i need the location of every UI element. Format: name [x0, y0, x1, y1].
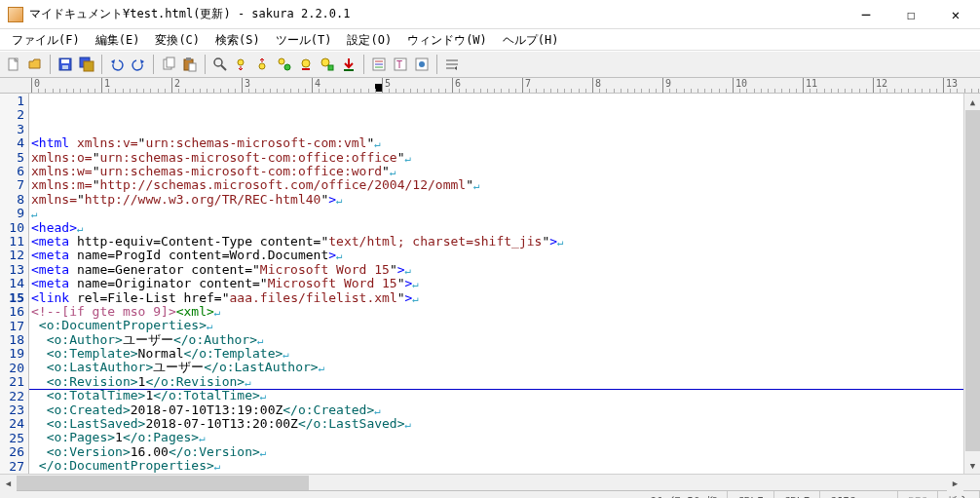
code-line[interactable]: <o:DocumentProperties>↵ — [31, 319, 963, 332]
open-icon[interactable] — [25, 55, 45, 74]
line-number: 7 — [0, 178, 24, 192]
code-line[interactable]: <o:Revision>1</o:Revision>↵ — [31, 375, 963, 389]
status-position: 21 行 50 桁 — [641, 491, 728, 498]
svg-point-17 — [302, 59, 310, 67]
status-eol2: CRLF — [774, 491, 821, 498]
copy-icon[interactable] — [159, 55, 178, 74]
outline-icon[interactable] — [369, 55, 389, 74]
menu-item[interactable]: 設定(O) — [339, 29, 399, 50]
code-line[interactable]: <o:LastAuthor>ユーザー</o:LastAuthor>↵ — [31, 361, 963, 374]
line-number: 25 — [0, 432, 24, 445]
svg-text:T: T — [396, 59, 402, 70]
editor: 1234567891011121314151617181920212223242… — [0, 94, 980, 474]
line-number: 11 — [0, 235, 24, 249]
code-line[interactable]: <o:Created>2018-07-10T13:19:00Z</o:Creat… — [31, 403, 963, 417]
line-number: 9 — [0, 207, 24, 220]
code-line[interactable]: <meta name=Generator content="Microsoft … — [31, 263, 963, 277]
app-icon — [8, 7, 23, 22]
mark-icon[interactable] — [296, 55, 316, 74]
code-line[interactable]: xmlns="http://www.w3.org/TR/REC-html40">… — [31, 193, 963, 207]
scroll-thumb-h[interactable] — [17, 476, 309, 490]
code-line[interactable]: <link rel=File-List href="aaa.files/file… — [31, 291, 963, 305]
menu-item[interactable]: 検索(S) — [207, 29, 268, 50]
vertical-scrollbar[interactable]: ▲ ▼ — [963, 94, 980, 474]
code-line[interactable]: <o:Pages>1</o:Pages>↵ — [31, 431, 963, 444]
maximize-button[interactable]: ☐ — [888, 0, 933, 29]
line-number: 14 — [0, 277, 24, 290]
menu-item[interactable]: 変換(C) — [147, 29, 207, 50]
svg-point-14 — [259, 63, 265, 69]
line-number: 15 — [0, 291, 24, 305]
line-number: 4 — [0, 136, 24, 150]
settings-icon[interactable] — [412, 55, 432, 74]
scroll-left-icon[interactable]: ◀ — [0, 475, 17, 491]
minimize-button[interactable]: ─ — [844, 0, 888, 29]
menu-item[interactable]: ファイル(F) — [4, 29, 88, 50]
titlebar: マイドキュメント¥test.html(更新) - sakura 2.2.0.1 … — [0, 0, 980, 29]
line-number: 1 — [0, 95, 24, 108]
saveall-icon[interactable] — [77, 55, 96, 74]
menu-item[interactable]: ヘルプ(H) — [495, 29, 567, 50]
window-title: マイドキュメント¥test.html(更新) - sakura 2.2.0.1 — [29, 6, 844, 22]
line-number: 16 — [0, 305, 24, 319]
wrap-icon[interactable] — [442, 55, 462, 74]
code-area[interactable]: <html xmlns:v="urn:schemas-microsoft-com… — [29, 94, 963, 474]
undo-icon[interactable] — [107, 55, 127, 74]
paste-icon[interactable] — [180, 55, 200, 74]
scroll-right-icon[interactable]: ▶ — [947, 475, 963, 491]
menu-item[interactable]: ウィンドウ(W) — [399, 29, 495, 50]
code-line[interactable]: <o:Version>16.00</o:Version>↵ — [31, 445, 963, 459]
svg-point-16 — [284, 64, 290, 70]
menubar: ファイル(F)編集(E)変換(C)検索(S)ツール(T)設定(O)ウィンドウ(W… — [0, 29, 980, 51]
code-line[interactable]: <o:TotalTime>1</o:TotalTime>↵ — [31, 389, 963, 402]
jump-icon[interactable] — [339, 55, 358, 74]
close-button[interactable]: ✕ — [933, 0, 978, 29]
svg-rect-5 — [84, 61, 94, 71]
line-number: 20 — [0, 362, 24, 375]
svg-point-29 — [419, 61, 425, 67]
code-line[interactable]: xmlns:o="urn:schemas-microsoft-com:offic… — [31, 151, 963, 165]
code-line[interactable]: <meta http-equiv=Content-Type content="t… — [31, 235, 963, 249]
svg-point-11 — [214, 58, 222, 66]
horizontal-scrollbar[interactable]: ◀ ▶ — [0, 474, 980, 490]
code-line[interactable]: ↵ — [31, 207, 963, 220]
menu-item[interactable]: 編集(E) — [88, 29, 148, 50]
line-number: 24 — [0, 417, 24, 431]
replace-icon[interactable] — [275, 55, 294, 74]
code-line[interactable]: <meta name=Originator content="Microsoft… — [31, 277, 963, 290]
code-line[interactable]: xmlns:w="urn:schemas-microsoft-com:offic… — [31, 165, 963, 178]
code-line[interactable]: <o:LastSaved>2018-07-10T13:20:00Z</o:Las… — [31, 417, 963, 431]
code-line[interactable]: xmlns:m="http://schemas.microsoft.com/of… — [31, 178, 963, 192]
code-line[interactable]: <head>↵ — [31, 221, 963, 235]
line-number: 10 — [0, 221, 24, 235]
line-number: 23 — [0, 403, 24, 417]
save-icon[interactable] — [56, 55, 75, 74]
menu-item[interactable]: ツール(T) — [268, 29, 340, 50]
toolbar: T — [0, 51, 980, 78]
svg-line-12 — [221, 65, 226, 70]
status-encoding: SJIS — [820, 491, 898, 498]
find-down-icon[interactable] — [232, 55, 251, 74]
svg-rect-3 — [62, 65, 68, 69]
code-line[interactable]: <o:Template>Normal</o:Template>↵ — [31, 347, 963, 361]
svg-rect-9 — [186, 57, 191, 60]
type-icon[interactable]: T — [391, 55, 410, 74]
line-number: 5 — [0, 151, 24, 165]
svg-rect-10 — [189, 63, 196, 71]
new-icon[interactable] — [4, 55, 23, 74]
code-line[interactable]: <html xmlns:v="urn:schemas-microsoft-com… — [31, 136, 963, 150]
redo-icon[interactable] — [129, 55, 148, 74]
code-line[interactable]: </o:DocumentProperties>↵ — [31, 459, 963, 473]
code-line[interactable]: <!--[if gte mso 9]><xml>↵ — [31, 305, 963, 319]
scroll-thumb-v[interactable] — [965, 110, 980, 451]
search-icon[interactable] — [210, 55, 230, 74]
code-line[interactable]: <o:Author>ユーザー</o:Author>↵ — [31, 333, 963, 347]
status-rec: REC — [898, 491, 938, 498]
svg-rect-7 — [167, 57, 174, 67]
scroll-down-icon[interactable]: ▼ — [964, 457, 980, 474]
code-line[interactable]: <meta name=ProgId content=Word.Document>… — [31, 249, 963, 262]
grep-icon[interactable] — [318, 55, 337, 74]
line-gutter: 1234567891011121314151617181920212223242… — [0, 94, 29, 474]
scroll-up-icon[interactable]: ▲ — [964, 94, 980, 110]
find-up-icon[interactable] — [253, 55, 273, 74]
